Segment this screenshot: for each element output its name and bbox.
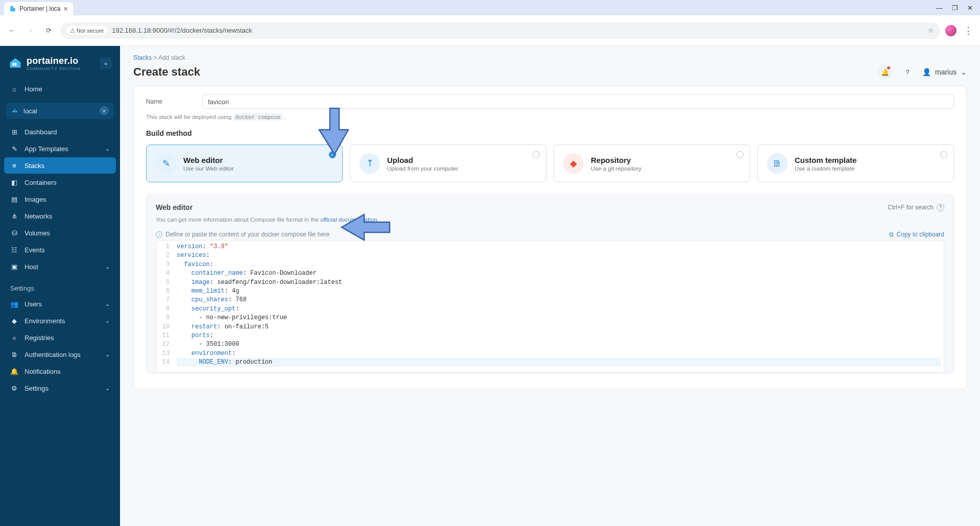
address-bar: ← → ⟳ △ Not secure 192.168.1.18:9000/#!/…: [0, 15, 980, 46]
notifications-button[interactable]: 🔔: [877, 64, 893, 80]
sidebar-item-images[interactable]: ▤Images: [4, 191, 116, 207]
sidebar-collapse-button[interactable]: «: [100, 57, 112, 69]
sidebar-item-label: App Templates: [25, 145, 68, 153]
stack-name-input[interactable]: [202, 94, 954, 109]
sidebar-item-volumes[interactable]: ⛁Volumes: [4, 225, 116, 241]
build-method-options: ✎Web editorUse our Web editor✓⤒UploadUpl…: [146, 145, 954, 182]
tab-title: Portainer | loca: [19, 5, 61, 12]
window-minimize-icon[interactable]: —: [936, 4, 943, 12]
browser-menu-icon[interactable]: ⋮: [962, 24, 975, 37]
star-icon[interactable]: ☆: [928, 27, 934, 34]
method-title: Web editor: [183, 156, 234, 164]
environment-close-icon[interactable]: ×: [100, 106, 109, 115]
method-title: Upload: [387, 156, 458, 164]
sidebar-item-label: Home: [25, 85, 42, 93]
sidebar-item-label: Notifications: [25, 368, 61, 375]
info-icon: i: [156, 231, 162, 238]
method-title: Repository: [591, 156, 641, 164]
sidebar-item-home[interactable]: ⌂ Home: [4, 81, 116, 97]
chevron-down-icon: ⌄: [105, 351, 110, 358]
events-icon: ☷: [10, 246, 18, 254]
stacks-icon: ≡: [10, 161, 18, 170]
sidebar-item-users[interactable]: 👥Users⌄: [4, 296, 116, 312]
code-line: environment:: [177, 349, 941, 358]
sidebar-item-label: Events: [25, 246, 45, 254]
chevron-down-icon: ⌄: [105, 146, 110, 152]
user-name: marius: [935, 68, 957, 76]
code-line: security_opt:: [177, 305, 941, 314]
editor-title: Web editor: [156, 203, 193, 211]
sidebar-item-authentication-logs[interactable]: 🗎Authentication logs⌄: [4, 346, 116, 363]
brand-edition: COMMUNITY EDITION: [27, 66, 81, 71]
help-button[interactable]: ?: [900, 64, 915, 80]
warning-icon: △: [70, 27, 75, 34]
sidebar-item-settings[interactable]: ⚙Settings⌄: [4, 380, 116, 396]
sidebar: portainer.io COMMUNITY EDITION « ⌂ Home …: [0, 46, 120, 526]
copy-icon: ⧉: [889, 231, 894, 238]
code-line: NODE_ENV: production: [177, 358, 941, 367]
compose-code-editor[interactable]: 1234567891011121314 version: "3.9"servic…: [156, 240, 944, 373]
sidebar-item-app-templates[interactable]: ✎App Templates⌄: [4, 140, 116, 157]
sidebar-item-environments[interactable]: ◆Environments⌄: [4, 313, 116, 329]
method-subtitle: Use a git repository: [591, 165, 641, 172]
sidebar-item-stacks[interactable]: ≡Stacks: [4, 157, 116, 174]
page-title: Create stack: [133, 65, 200, 79]
main-content: Stacks > Add stack Create stack 🔔 ? 👤 ma…: [120, 46, 980, 526]
build-method-repository[interactable]: ◆RepositoryUse a git repository: [554, 145, 750, 182]
chevron-down-icon: ⌄: [105, 301, 110, 307]
url-field[interactable]: △ Not secure 192.168.1.18:9000/#!/2/dock…: [60, 22, 940, 39]
chevron-down-icon: ⌄: [105, 318, 110, 324]
profile-avatar-icon[interactable]: [945, 25, 957, 36]
radio-indicator: [533, 151, 540, 158]
editor-info: You can get more information about Compo…: [156, 217, 944, 223]
sidebar-item-label: Dashboard: [25, 128, 57, 136]
copy-to-clipboard-button[interactable]: ⧉ Copy to clipboard: [889, 231, 944, 238]
help-icon[interactable]: ?: [937, 204, 944, 211]
sidebar-item-label: Environments: [25, 317, 65, 325]
editor-body[interactable]: version: "3.9"services: favicon: contain…: [174, 241, 944, 372]
sidebar-item-networks[interactable]: ⋔Networks: [4, 208, 116, 224]
user-menu[interactable]: 👤 marius ⌄: [922, 68, 967, 76]
code-line: version: "3.9": [177, 243, 941, 251]
build-method-upload[interactable]: ⤒UploadUpload from your computer: [350, 145, 546, 182]
notification-badge: [887, 66, 890, 69]
host-icon: ▣: [10, 262, 18, 271]
sidebar-item-label: Volumes: [25, 229, 50, 237]
sidebar-item-host[interactable]: ▣Host⌄: [4, 258, 116, 275]
radio-indicator: ✓: [329, 151, 336, 158]
browser-chrome: Portainer | loca × — ❐ ✕ ← → ⟳ △ Not sec…: [0, 0, 980, 46]
tab-favicon-icon: [9, 5, 16, 12]
git-icon: ◆: [563, 153, 584, 174]
sidebar-item-label: Authentication logs: [25, 351, 81, 358]
breadcrumb-root[interactable]: Stacks: [133, 54, 152, 61]
window-close-icon[interactable]: ✕: [967, 4, 973, 12]
sidebar-item-containers[interactable]: ◧Containers: [4, 174, 116, 190]
sidebar-item-dashboard[interactable]: ⊞Dashboard: [4, 124, 116, 140]
docs-link[interactable]: official documentation: [320, 217, 377, 223]
build-method-custom-template[interactable]: 🗎Custom templateUse a custom template: [757, 145, 954, 182]
environment-pill[interactable]: local ×: [6, 103, 114, 119]
bell-icon: 🔔: [10, 367, 18, 375]
security-badge[interactable]: △ Not secure: [66, 26, 108, 35]
window-maximize-icon[interactable]: ❐: [952, 4, 958, 12]
browser-tab[interactable]: Portainer | loca ×: [4, 2, 73, 15]
code-line: image: seadfeng/favicon-downloader:lates…: [177, 278, 941, 287]
sidebar-item-events[interactable]: ☷Events: [4, 242, 116, 258]
nav-forward-icon[interactable]: →: [23, 24, 37, 37]
tab-close-icon[interactable]: ×: [64, 5, 68, 13]
deploy-hint: This stack will be deployed using docker…: [146, 114, 954, 120]
registries-icon: ⟐: [10, 333, 18, 342]
breadcrumb-current: Add stack: [158, 54, 185, 61]
method-subtitle: Upload from your computer: [387, 165, 458, 172]
sidebar-item-label: Containers: [25, 179, 57, 186]
code-line: services:: [177, 251, 941, 260]
brand-logo[interactable]: portainer.io COMMUNITY EDITION: [8, 55, 81, 71]
name-label: Name: [146, 98, 172, 105]
nav-back-icon[interactable]: ←: [5, 24, 18, 37]
sidebar-item-registries[interactable]: ⟐Registries: [4, 329, 116, 346]
nav-reload-icon[interactable]: ⟳: [42, 24, 55, 37]
build-method-web-editor[interactable]: ✎Web editorUse our Web editor✓: [146, 145, 343, 182]
sidebar-item-notifications[interactable]: 🔔Notifications: [4, 363, 116, 379]
home-icon: ⌂: [10, 85, 18, 93]
search-hint: Ctrl+F for search ?: [888, 204, 944, 211]
